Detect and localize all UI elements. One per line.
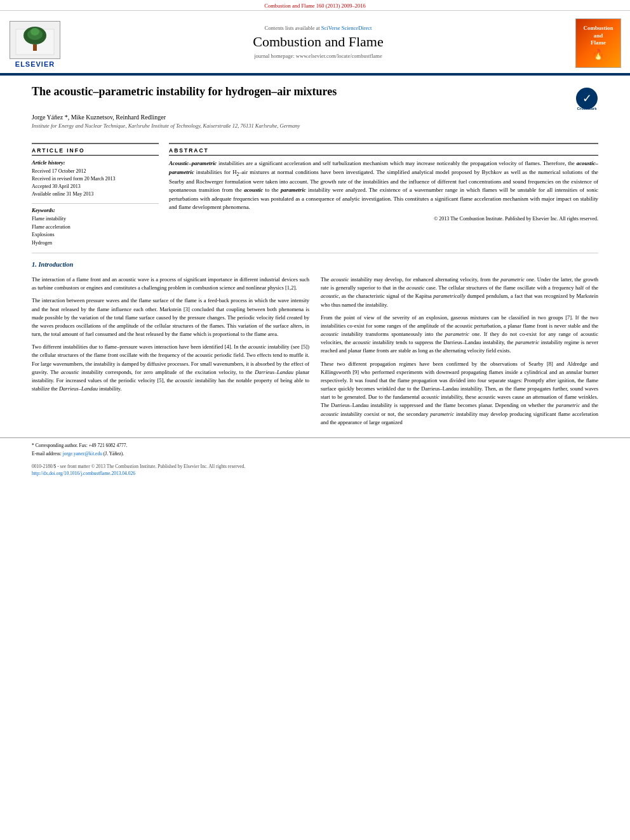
footer-doi-text: 0010-2180/$ - see front matter © 2013 Th… [32, 463, 598, 470]
keywords-title: Keywords: [32, 207, 159, 213]
sciverse-link: SciVerse ScienceDirect [321, 25, 372, 31]
copyright-line: © 2013 The Combustion Institute. Publish… [169, 216, 598, 222]
article-info-abstract-section: ARTICLE INFO Article history: Received 1… [0, 143, 630, 248]
available-date: Available online 31 May 2013 [32, 190, 159, 198]
body-para-3: Two different instabilities due to flame… [32, 343, 309, 393]
abstract-body: Acoustic–parametric instabilities are a … [169, 159, 598, 212]
article-info-column: ARTICLE INFO Article history: Received 1… [32, 143, 159, 248]
footnote-email-suffix: (J. Yáñez). [104, 451, 124, 457]
keyword-1: Flame instability [32, 215, 159, 223]
footer-doi-link: http://dx.doi.org/10.1016/j.combustflame… [32, 470, 135, 476]
body-para-1: The interaction of a flame front and an … [32, 276, 309, 292]
body-para-6: These two different propagation regimes … [321, 360, 598, 427]
elsevier-tree-svg [13, 23, 57, 58]
body-left-column: The interaction of a flame front and an … [32, 276, 309, 431]
affiliation-line: Institute for Energy and Nuclear Techniq… [32, 123, 598, 130]
footnote-star: * Corresponding author. Fax: +49 721 608… [32, 442, 598, 449]
accepted-date: Accepted 30 April 2013 [32, 183, 159, 190]
journal-header-center: Contents lists available at SciVerse Sci… [70, 16, 566, 68]
journal-homepage-url: journal homepage: www.elsevier.com/locat… [70, 53, 566, 59]
crossmark-badge: ✓ CrossMark [575, 87, 598, 110]
journal-logo-line2: and [583, 32, 613, 40]
svg-text:✓: ✓ [582, 92, 592, 105]
article-info-top-border [32, 143, 159, 144]
keyword-4: Hydrogen [32, 239, 159, 248]
abstract-column: ABSTRACT Acoustic–parametric instabiliti… [169, 143, 598, 248]
journal-reference-bar: Combustion and Flame 160 (2013) 2009–201… [0, 0, 630, 11]
abstract-top-border [169, 143, 598, 144]
journal-logo-line1: Combustion [583, 25, 613, 32]
footnote-star-text: * Corresponding author. Fax: +49 721 608… [32, 443, 127, 448]
body-para-2: The interaction between pressure waves a… [32, 297, 309, 338]
section1-title-area: 1. Introduction [0, 258, 630, 276]
journal-logo-text: Combustion and Flame 🔥 [583, 25, 613, 62]
keyword-2: Flame acceleration [32, 223, 159, 232]
footnote-email: E-mail address: jorge.yanez@kit.edu (J. … [32, 450, 598, 457]
journal-ref-text: Combustion and Flame 160 (2013) 2009–201… [264, 3, 365, 9]
keyword-3: Explosions [32, 231, 159, 239]
sciverse-line: Contents lists available at SciVerse Sci… [70, 25, 566, 31]
abstract-heading: ABSTRACT [169, 147, 598, 156]
body-para-5: From the point of view of the severity o… [321, 314, 598, 356]
svg-point-4 [30, 28, 39, 36]
body-right-column: The acoustic instability may develop, fo… [321, 276, 598, 431]
article-title-area: The acoustic–parametric instability for … [0, 76, 630, 137]
footer-doi-link-line: http://dx.doi.org/10.1016/j.combustflame… [32, 470, 598, 477]
journal-title: Combustion and Flame [70, 34, 566, 50]
journal-logo-line3: Flame [583, 39, 613, 47]
journal-header: ELSEVIER Contents lists available at Sci… [0, 11, 630, 74]
journal-logo-image: Combustion and Flame 🔥 [575, 18, 621, 68]
article-title: The acoustic–parametric instability for … [32, 84, 575, 99]
svg-text:CrossMark: CrossMark [577, 107, 597, 110]
footnote-email-label: E-mail address: [32, 451, 62, 457]
authors-line: Jorge Yáñez *, Mike Kuznetsov, Reinhard … [32, 114, 598, 121]
footer-copyright-text: 0010-2180/$ - see front matter © 2013 Th… [32, 463, 245, 469]
journal-logo-box: Combustion and Flame 🔥 [573, 16, 624, 68]
footnote-email-address: jorge.yanez@kit.edu [63, 451, 102, 457]
body-para-4: The acoustic instability may develop, fo… [321, 276, 598, 309]
sciverse-prefix: Contents lists available at [265, 25, 320, 31]
keywords-section: Keywords: Flame instability Flame accele… [32, 203, 159, 248]
crossmark-svg: ✓ CrossMark [575, 87, 598, 114]
page-footer: * Corresponding author. Fax: +49 721 608… [0, 437, 630, 481]
received-date: Received 17 October 2012 [32, 168, 159, 175]
svg-rect-2 [33, 44, 37, 51]
article-history-title: Article history: [32, 159, 159, 166]
section1-heading: 1. Introduction [32, 261, 598, 268]
authors-text: Jorge Yáñez *, Mike Kuznetsov, Reinhard … [32, 114, 166, 121]
elsevier-logo-image [10, 21, 60, 59]
article-info-heading: ARTICLE INFO [32, 147, 159, 156]
elsevier-logo-block: ELSEVIER [6, 16, 64, 68]
section-divider [32, 253, 598, 253]
title-crossmark-row: The acoustic–parametric instability for … [32, 84, 598, 110]
body-two-col: The interaction of a flame front and an … [0, 276, 630, 431]
elsevier-brand-text: ELSEVIER [15, 60, 55, 68]
revised-date: Received in revised form 20 March 2013 [32, 175, 159, 183]
flame-icon: 🔥 [583, 48, 613, 62]
